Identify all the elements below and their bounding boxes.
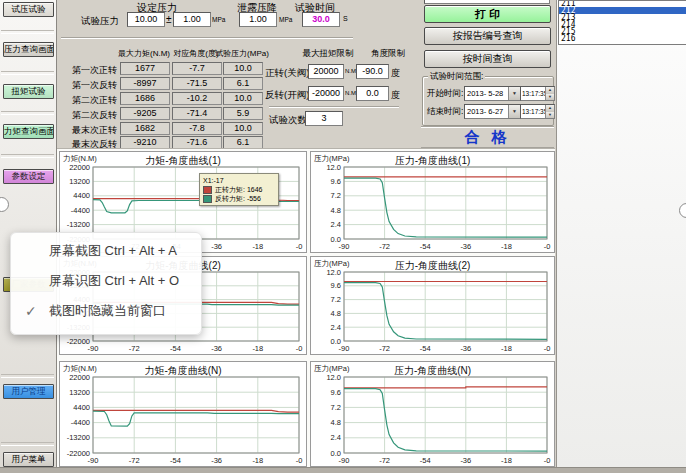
- svg-text:-90: -90: [88, 456, 99, 465]
- svg-text:-90: -90: [88, 344, 99, 353]
- sidebar-separator: [1, 442, 54, 446]
- list-item[interactable]: 211: [559, 0, 686, 7]
- app-window: 试压试验 压力查询画面 扭矩试验 力矩查询画面 参数设定 厂家参数 用户管理 用…: [0, 0, 686, 473]
- pressure-value: 10.0: [223, 92, 263, 105]
- svg-text:-72: -72: [129, 456, 140, 465]
- sidebar-item-parameter-settings[interactable]: 参数设定: [3, 169, 54, 184]
- svg-text:-90: -90: [339, 242, 350, 251]
- svg-text:7.2: 7.2: [331, 403, 341, 412]
- svg-text:-22000: -22000: [67, 449, 90, 458]
- col-header-max-torque: 最大力矩(N.M): [115, 48, 173, 59]
- spinner-arrows-icon[interactable]: ▲▼: [545, 105, 554, 118]
- leak-drop-field[interactable]: 1.00: [239, 12, 277, 27]
- test-count-label: 试验次数: [269, 114, 307, 127]
- svg-text:-4400: -4400: [71, 418, 90, 427]
- tooltip-row: 反转力矩: -556: [215, 194, 261, 203]
- end-time-value: 13:17:35: [522, 108, 547, 115]
- degree-unit-label: 度: [391, 67, 400, 80]
- list-item[interactable]: 214: [559, 21, 686, 28]
- torque-value: 1686: [120, 92, 170, 105]
- svg-text:-36: -36: [460, 242, 471, 251]
- svg-text:9.6: 9.6: [331, 281, 341, 290]
- svg-text:-72: -72: [379, 456, 390, 465]
- test-time-field[interactable]: 30.0: [302, 12, 340, 27]
- svg-text:-54: -54: [420, 456, 431, 465]
- svg-text:-36: -36: [211, 456, 222, 465]
- sidebar-separator: [1, 374, 54, 378]
- menu-item-screen-ocr[interactable]: 屏幕识图 Ctrl + Alt + O: [11, 266, 201, 296]
- reverse-angle-field[interactable]: 0.0: [356, 86, 389, 101]
- report-number-list[interactable]: 211212213214215216: [558, 0, 686, 45]
- menu-item-label: 屏幕截图 Ctrl + Alt + A: [49, 243, 177, 258]
- svg-text:-0: -0: [296, 344, 303, 353]
- menu-item-screen-capture[interactable]: 屏幕截图 Ctrl + Alt + A: [11, 236, 201, 266]
- svg-text:-36: -36: [211, 344, 222, 353]
- angle-value: -7.8: [172, 122, 222, 135]
- svg-text:9.6: 9.6: [331, 388, 341, 397]
- svg-text:4.8: 4.8: [331, 206, 341, 215]
- test-count-field[interactable]: 3: [305, 111, 343, 126]
- result-status: 合 格: [421, 127, 554, 147]
- reverse-rotation-label: 反转(开阀): [265, 89, 309, 102]
- start-date-value: 2013- 5-28: [467, 89, 503, 98]
- sidebar-item-torque-query[interactable]: 力矩查询画面: [3, 124, 54, 139]
- spinner-arrows-icon[interactable]: ▲▼: [545, 87, 554, 100]
- angle-value: -71.4: [172, 107, 222, 120]
- chart-title: 力矩-角度曲线(N): [60, 364, 306, 378]
- sidebar-item-user-menu[interactable]: 用户菜单: [3, 452, 54, 467]
- time-range-label: 试验时间范围:: [428, 71, 485, 83]
- pressure-value: 5.9: [223, 107, 263, 120]
- end-date-picker[interactable]: 2013- 6-27 ▼: [464, 104, 521, 119]
- list-item[interactable]: 213: [559, 14, 686, 21]
- start-date-picker[interactable]: 2013- 5-28 ▼: [464, 86, 521, 101]
- tolerance-field[interactable]: 1.00: [173, 12, 211, 27]
- svg-text:-0: -0: [544, 456, 551, 465]
- nm-unit-label: N.M: [345, 90, 356, 96]
- sidebar-item-pressure-query[interactable]: 压力查询画面: [3, 42, 54, 57]
- mpa-unit-label: MPa: [212, 16, 225, 23]
- sidebar-item-pressure-test[interactable]: 试压试验: [3, 2, 54, 17]
- svg-text:7.2: 7.2: [331, 295, 341, 304]
- forward-torque-field[interactable]: 20000: [308, 64, 344, 79]
- chart-title: 压力-角度曲线(1): [311, 154, 554, 168]
- sidebar-separator: [1, 30, 54, 34]
- tooltip-header: X1:-17: [203, 176, 275, 185]
- mpa-unit-label: MPa: [279, 16, 292, 23]
- result-panel: 合 格: [421, 126, 554, 148]
- row-label: 第一次正转: [57, 64, 117, 77]
- start-time-spinner[interactable]: 13:17:35 ▲▼: [520, 86, 555, 101]
- svg-text:-13200: -13200: [67, 433, 90, 442]
- torque-value: -8997: [120, 77, 170, 90]
- list-item[interactable]: 212: [559, 7, 686, 14]
- reverse-torque-field[interactable]: -20000: [308, 86, 344, 101]
- sidebar-item-user-management[interactable]: 用户管理: [3, 384, 54, 399]
- end-time-spinner[interactable]: 13:17:35 ▲▼: [520, 104, 555, 119]
- test-pressure-field[interactable]: 10.00: [127, 12, 165, 27]
- query-by-time-button[interactable]: 按时间查询: [424, 50, 551, 68]
- query-by-report-button[interactable]: 按报告编号查询: [424, 27, 551, 45]
- row-label: 第二次正转: [57, 94, 117, 107]
- list-item[interactable]: 215: [559, 28, 686, 35]
- angle-value: -10.2: [172, 92, 222, 105]
- drag-handle[interactable]: [679, 203, 686, 218]
- list-item[interactable]: 216: [559, 35, 686, 42]
- pressure-angle-chart-1: 压力(MPa) 压力-角度曲线(1) 12.09.67.24.82.40.0-9…: [310, 151, 555, 253]
- chevron-down-icon[interactable]: ▼: [508, 105, 520, 118]
- print-button[interactable]: 打 印: [424, 5, 551, 23]
- cropped-field: [424, 0, 550, 4]
- svg-text:-18: -18: [501, 456, 512, 465]
- chevron-down-icon[interactable]: ▼: [508, 87, 520, 100]
- menu-item-hide-window-on-capture[interactable]: ✓ 截图时隐藏当前窗口: [11, 296, 201, 326]
- svg-text:-0: -0: [544, 344, 551, 353]
- menu-item-label: 截图时隐藏当前窗口: [49, 303, 166, 318]
- angle-value: -7.7: [172, 62, 222, 75]
- sidebar-item-torque-test[interactable]: 扭矩试验: [3, 84, 54, 99]
- svg-text:7.2: 7.2: [331, 191, 341, 200]
- seconds-unit-label: S: [343, 15, 348, 22]
- forward-angle-field[interactable]: -90.0: [356, 64, 389, 79]
- svg-text:-4400: -4400: [71, 206, 90, 215]
- torque-limit-header: 最大扭矩限制: [297, 48, 359, 60]
- pressure-angle-chart-n: 压力(MPa) 压力-角度曲线(N) 12.09.67.24.82.40.0-9…: [310, 361, 555, 467]
- col-header-test-pressure: 试验压力(MPa): [215, 48, 269, 59]
- svg-text:13200: 13200: [69, 388, 90, 397]
